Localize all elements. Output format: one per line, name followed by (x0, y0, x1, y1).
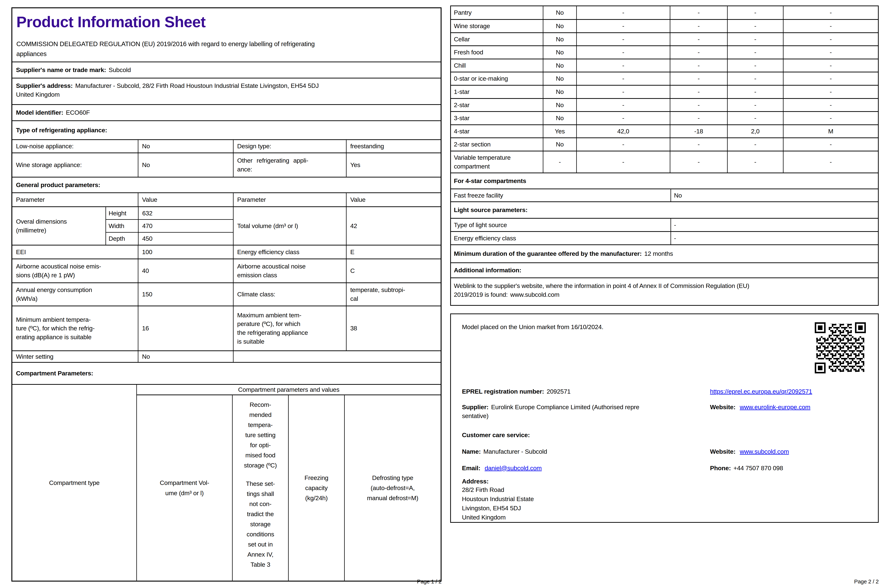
compartment-volume: - (576, 99, 670, 111)
compartment-defrosting: M (783, 125, 878, 138)
page-2-footer: Page 2 / 2 (450, 579, 879, 585)
care-website-row: Website: www.subcold.com (710, 447, 789, 456)
compartment-temperature: - (670, 20, 727, 32)
empty-cell (233, 351, 441, 362)
compartment-name: Pantry (451, 6, 543, 19)
compartment-name: 0-star or ice-making (451, 72, 543, 85)
compartment-name: Cellar (451, 33, 543, 46)
document-header: Product Information Sheet COMMISSION DEL… (12, 8, 441, 62)
compartment-volume: - (576, 20, 670, 32)
compartment-defrosting: - (783, 138, 878, 151)
light-source-section-header: Light source parameters: (451, 201, 878, 218)
compartment-temperature: - (670, 46, 727, 58)
eprel-label: EPREL registration number: (462, 388, 544, 395)
supplier-address-label: Supplier's address: (16, 82, 73, 89)
noise-class-label: Airborne acoustical noise emission class (233, 259, 346, 282)
low-noise-label: Low-noise appliance: (12, 140, 138, 153)
compartment-volume: - (576, 138, 670, 151)
fast-freeze-label: Fast freeze facility (451, 189, 670, 201)
compartment-temperature: - (670, 112, 727, 124)
compartment-present: Yes (543, 125, 576, 138)
care-email-row: Email: daniel@subcold.com (462, 464, 542, 472)
compartment-volume: - (576, 33, 670, 46)
care-name-value: Manufacturer - Subcold (483, 448, 547, 455)
care-website-link[interactable]: www.subcold.com (740, 448, 789, 455)
customer-care-header: Customer care service: (462, 431, 530, 440)
total-volume-label: Total volume (dm³ or l) (233, 207, 346, 245)
compartment-volume: - (576, 112, 670, 124)
guarantee-label: Minimum duration of the guarantee offere… (454, 249, 642, 258)
model-identifier-row: Model identifier:ECO60F (12, 104, 441, 120)
compartment-freezing-capacity: - (727, 152, 783, 172)
noise-row: Airborne acoustical noise emis- sions (d… (12, 258, 441, 282)
noise-value: 40 (138, 259, 233, 282)
compartment-freezing-capacity: - (727, 33, 783, 46)
care-phone-row: Phone:+44 7507 870 098 (710, 464, 783, 472)
guarantee-row: Minimum duration of the guarantee offere… (451, 244, 878, 262)
design-type-value: freestanding (346, 140, 441, 153)
compartment-present: No (543, 33, 576, 46)
weblink-url: www.subcold.com (510, 291, 560, 298)
compartment-section-header: Compartment Parameters: (12, 362, 441, 384)
freezing-capacity-header: Freezing capacity (kg/24h) (288, 395, 344, 580)
compartment-defrosting: - (783, 6, 878, 19)
dimensions-label: Overal dimensions (millimetre) (12, 207, 105, 245)
compartment-name: Fresh food (451, 46, 543, 58)
table-row: Cellar No - - - - (451, 32, 878, 46)
annual-energy-label: Annual energy consumption (kWh/a) (12, 283, 138, 306)
address-line: Houstoun Industrial Estate (462, 494, 534, 504)
eprel-link[interactable]: https://eprel.ec.europa.eu/qr/2092571 (710, 387, 812, 396)
max-ambient-value: 38 (346, 306, 441, 350)
type-section-header: Type of refrigerating appliance: (12, 120, 441, 139)
recommended-temperature-text-1: Recom- mended tempera- ture setting for … (244, 400, 277, 471)
table-row: 0-star or ice-making No - - - - (451, 72, 878, 85)
compartment-freezing-capacity: - (727, 99, 783, 111)
column-header-value-2: Value (346, 193, 441, 206)
supplier-name-label: Supplier's name or trade mark: (16, 66, 106, 74)
other-appliance-label: Other refrigerating appli- ance: (233, 153, 346, 177)
column-header-parameter: Parameter (12, 193, 138, 206)
defrosting-type-header: Defrosting type (auto-defrost=A, manual … (344, 395, 441, 580)
light-energy-class-row: Energy efficiency class - (451, 231, 878, 244)
annual-energy-row: Annual energy consumption (kWh/a) 150 Cl… (12, 282, 441, 306)
model-identifier-label: Model identifier: (16, 108, 63, 117)
type-section-title: Type of refrigerating appliance: (12, 121, 441, 139)
compartment-defrosting: - (783, 46, 878, 58)
compartment-temperature: - (670, 138, 727, 151)
table-row: 4-star Yes 42,0 -18 2,0 M (451, 124, 878, 138)
compartment-freezing-capacity: - (727, 20, 783, 32)
climate-class-value: temperate, subtropi- cal (346, 283, 441, 306)
address-lines: 28/2 Firth RoadHoustoun Industrial Estat… (462, 485, 534, 522)
winter-setting-row: Winter setting No (12, 350, 441, 362)
table-row: Pantry No - - - - (451, 6, 878, 19)
compartment-present: No (543, 86, 576, 98)
design-type-label: Design type: (233, 140, 346, 153)
dimension-value: 470 (138, 220, 233, 232)
compartment-present: No (543, 138, 576, 151)
care-name-label: Name: (462, 448, 481, 455)
compartment-volume: 42,0 (576, 125, 670, 138)
compartment-volume: - (576, 152, 670, 172)
market-date: Model placed on the Union market from 16… (462, 322, 603, 332)
table-row: Fresh food No - - - - (451, 45, 878, 58)
care-email-link[interactable]: daniel@subcold.com (484, 465, 542, 471)
light-type-value: - (670, 219, 878, 231)
compartment-temperature: - (670, 6, 727, 19)
compartment-temperature: - (670, 72, 727, 85)
table-row: 2-star No - - - - (451, 98, 878, 111)
page-2: Pantry No - - - - Wine storage No - - - … (450, 6, 879, 306)
authorised-supplier-label: Supplier: (462, 404, 489, 411)
supplier-website-link[interactable]: www.eurolink-europe.com (740, 404, 810, 411)
table-row: 1-star No - - - - (451, 85, 878, 98)
compartment-volume: - (576, 6, 670, 19)
compartment-freezing-capacity: 2,0 (727, 125, 783, 138)
compartment-volume: - (576, 46, 670, 58)
table-row: 3-star No - - - - (451, 111, 878, 124)
care-website-label: Website: (710, 448, 735, 455)
supplier-name-row: Supplier's name or trade mark:Subcold (12, 62, 441, 78)
light-type-label: Type of light source (451, 219, 670, 231)
compartment-volume: - (576, 86, 670, 98)
min-ambient-label: Minimum ambient tempera- ture (ºC), for … (12, 306, 138, 350)
weblink-text: Weblink to the supplier's website, where… (454, 282, 749, 298)
compartment-temperature: - (670, 99, 727, 111)
